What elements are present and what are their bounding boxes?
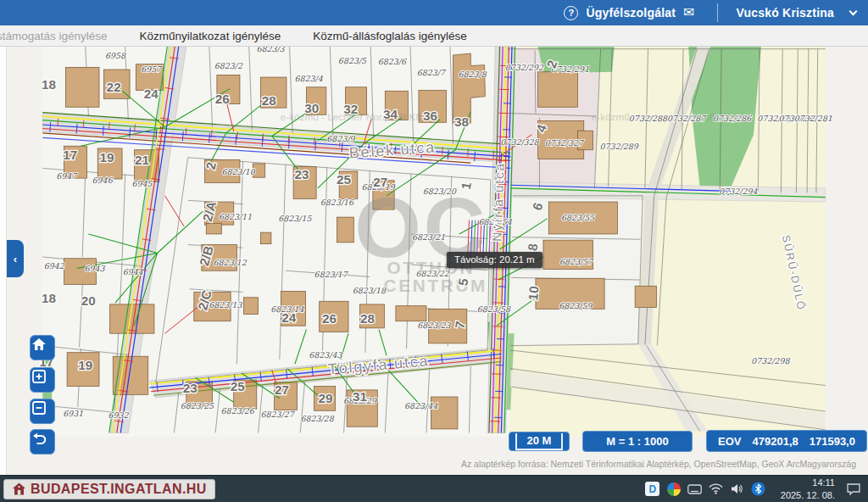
zoom-in-button[interactable] [30,367,55,393]
security-shield-icon[interactable] [666,482,682,497]
taskbar-app-label: BUDAPEST.INGATLAN.HU [31,482,207,497]
house-number: 20 [81,293,96,308]
parcel-number: 6823/3 [256,47,285,53]
parcel-number: 6823/9 [326,134,355,143]
parcel-number: 6823/55 [561,213,595,222]
parcel-number: 6823/4 [294,74,323,83]
parcel-number: 6823/6 [378,57,407,66]
menu-tab-2[interactable]: Közmű-állásfoglalás igénylése [313,30,467,42]
distance-tooltip: Távolság: 20.21 m [447,252,542,268]
parcel-number: 6943 [85,264,106,273]
wifi-icon[interactable] [709,482,724,497]
house-number: 23 [294,167,309,181]
volume-icon[interactable] [730,482,745,497]
taskbar: BUDAPEST.INGATLAN.HU D 14:11 2025. 12. 0… [0,475,868,502]
menu-tab-1[interactable]: Közműnyilatkozat igénylése [140,30,281,42]
parcel-number: 6946 [92,176,114,185]
house-number: 32 [343,102,358,116]
parcel-number: 6823/8 [458,70,487,79]
house-number: 24 [281,310,297,325]
basemap-attribution: Az alaptérkép forrása: Nemzeti Térinform… [461,459,856,469]
house-number: 24 [144,86,159,101]
parcel-number: 0732/281 [794,114,832,123]
clock-time: 14:11 [781,477,835,488]
parcel-number: 6944 [123,267,144,276]
house-number: 17 [63,148,77,162]
scale-ratio-button[interactable]: M = 1 : 1000 [582,431,693,452]
house-number: 29 [318,391,332,405]
eov-coordinates-button[interactable]: EOV 479201,8 171593,0 [706,430,867,452]
parcel-number: 6957 [141,64,163,74]
scale-bar-button[interactable]: 20 M [509,432,570,451]
parcel-number: 0732/298 [751,356,790,365]
mail-icon[interactable]: ✉ [683,6,694,20]
zoom-out-button[interactable] [30,399,55,424]
parcel-number: 6823/58 [477,304,511,314]
help-icon: ? [564,6,578,20]
help-label: Ügyfélszolgálat [586,6,676,20]
help-group[interactable]: ? Ügyfélszolgálat ✉ [564,6,694,20]
house-number: 19 [100,150,114,165]
house-number: 22 [107,80,121,94]
parcel-number: 6823/20 [423,187,457,196]
parcel-number: 6823/11 [219,212,252,221]
keyboard-icon[interactable] [687,482,703,497]
app-window: ? Ügyfélszolgálat ✉ Vucskó Krisztina stá… [0,0,868,502]
house-number: 34 [383,107,398,121]
top-header: ? Ügyfélszolgálat ✉ Vucskó Krisztina [0,0,868,25]
parcel-number: 6823/17 [314,270,349,279]
parcel-number: 6942 [44,261,65,271]
notifications-icon[interactable] [846,482,861,497]
map-canvas[interactable]: OCOTTHONCENTRUMe-közmű - Lechner Nonprof… [0,47,868,475]
header-divider [717,3,718,22]
parcel-number: 6958 [105,51,126,60]
parcel-number: 6823/2 [214,61,243,70]
watermark-brand: CENTRUM [383,276,487,295]
house-number: 23 [183,382,198,396]
home-button[interactable] [30,335,55,360]
zoom-in-icon [31,368,47,385]
taskbar-app-button[interactable]: BUDAPEST.INGATLAN.HU [3,479,215,499]
parcel-number: 6823/13 [209,300,242,310]
taskbar-clock[interactable]: 14:11 2025. 12. 08. [781,477,835,501]
tray-d-app-icon[interactable]: D [645,482,660,497]
parcel-number: 6823/5 [338,56,367,65]
house-number: 27 [275,382,289,397]
parcel-number: 6823/18 [353,286,387,295]
parcel-number: 6931 [63,409,83,418]
house-number: 28 [360,311,376,326]
bluetooth-icon[interactable] [751,482,766,497]
menu-tab-0[interactable]: stámogatás igénylése [0,30,108,42]
undo-button[interactable] [30,429,55,455]
parcel-number: 6823/22 [416,269,450,278]
parcel-number: 6823/43 [309,350,342,360]
house-number: 38 [454,114,470,129]
house-number: 18 [42,77,57,92]
scale-ratio-label: M = 1 : 1000 [606,435,668,448]
parcel-number: 0732/288 [629,114,668,123]
house-number: 21 [135,153,150,167]
parcel-number: 6823/12 [214,258,248,267]
parcel-number: 0732/292 [505,63,544,72]
panel-collapse-button[interactable]: ‹ [7,240,24,277]
user-menu[interactable]: Vucskó Krisztina [737,6,868,20]
eov-x-value: 479201,8 [753,435,798,448]
house-number: 18 [42,291,57,305]
parcel-number: 6947 [56,171,78,181]
house-logo-icon [12,482,26,496]
parcel-number: 6823/59 [559,301,593,310]
house-number: 25 [231,379,246,393]
chevron-down-icon [849,8,858,16]
house-number: 26 [215,92,230,106]
parcel-number: 6823/57 [559,257,594,266]
house-number: 36 [423,109,437,123]
parcel-number: 6932 [108,410,130,420]
parcel-number: 6823/15 [278,215,312,224]
parcel-number: 0732/294 [719,187,758,196]
parcel-number: 6823/25 [181,401,214,410]
undo-icon [31,430,47,447]
house-number: 27 [373,175,387,189]
eov-label: EOV [718,435,741,448]
parcel-number: 6823/44 [404,401,438,410]
scale-bar-label: 20 M [515,433,564,450]
